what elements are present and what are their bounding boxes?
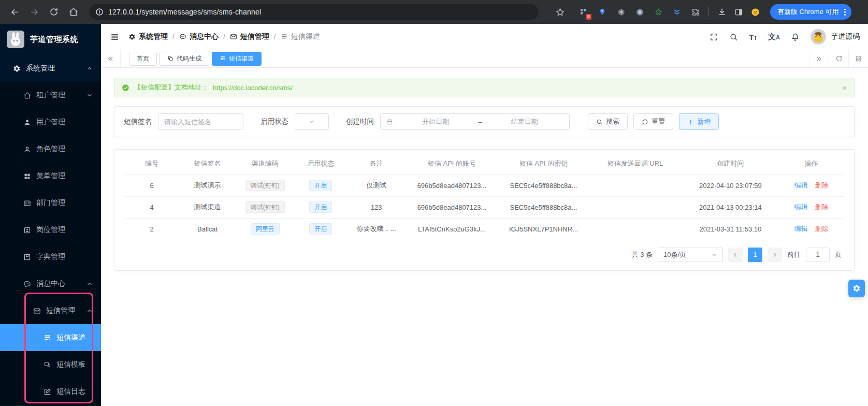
home-button[interactable] (65, 4, 82, 20)
green-star-icon (654, 8, 663, 17)
column-header: 创建时间 (682, 153, 779, 175)
edit-link[interactable]: 编辑 (794, 203, 808, 211)
extension-password-icon[interactable]: 8 (577, 5, 590, 19)
prev-page-button[interactable] (728, 248, 743, 262)
sidebar-item-dict[interactable]: 字典管理 (0, 243, 101, 270)
doc-link[interactable]: https://doc.iocoder.cn/sms/ (213, 84, 293, 92)
reset-button[interactable]: 重置 (633, 113, 673, 130)
sms-template-icon (44, 361, 51, 369)
sidebar-item-label: 系统管理 (26, 64, 81, 73)
bell-icon[interactable] (791, 33, 800, 41)
extensions-menu-button[interactable] (689, 5, 702, 19)
cell-id: 2 (125, 218, 179, 240)
breadcrumb-item-system[interactable]: 系统管理 (128, 32, 168, 41)
user-avatar[interactable] (811, 29, 826, 45)
double-chevron-right-icon (816, 55, 822, 62)
sidebar-item-message-center[interactable]: 消息中心 (0, 270, 101, 297)
url-bar[interactable]: 127.0.0.1/system/messages/sms/sms-channe… (89, 4, 539, 20)
table-row: 2 Ballcat 阿里云 开启 你要改哦，... LTAI5tCnKso2uG… (125, 218, 844, 240)
locale-icon[interactable]: 文A (768, 32, 780, 42)
extension-star-icon[interactable] (652, 5, 665, 19)
logo[interactable]: 芋道管理系统 (0, 24, 101, 55)
sidebar-item-role[interactable]: 角色管理 (0, 136, 101, 163)
tab-sms-channel[interactable]: 短信渠道 (212, 52, 262, 66)
extension-pin-icon[interactable] (596, 5, 609, 19)
edit-link[interactable]: 编辑 (794, 181, 808, 189)
cell-api-account: 696b5d8ead4807123... (405, 175, 498, 196)
back-button[interactable] (6, 4, 23, 20)
goto-label: 前往 (787, 250, 801, 259)
fullscreen-icon[interactable] (710, 33, 718, 41)
status-select[interactable] (295, 113, 329, 130)
extension-badge: 8 (586, 14, 591, 20)
header-actions: TT 文A 芋道源码 (710, 29, 860, 45)
sidebar-item-sms-log[interactable]: 短信日志 (0, 378, 101, 405)
alert-close-icon[interactable]: × (842, 83, 847, 92)
tabs-scroll-right-button[interactable] (809, 50, 829, 67)
page-number-current[interactable]: 1 (748, 248, 762, 262)
sidebar-item-user[interactable]: 用户管理 (0, 109, 101, 136)
date-range-picker[interactable]: 开始日期 – 结束日期 (380, 113, 570, 130)
extension-chevrons-icon[interactable] (670, 5, 684, 19)
extension-circle-icon[interactable] (633, 5, 646, 19)
sidebar-item-dept[interactable]: 部门管理 (0, 190, 101, 216)
sidebar-item-menu[interactable]: 菜单管理 (0, 163, 101, 190)
collapse-sidebar-button[interactable] (110, 33, 119, 41)
delete-link[interactable]: 删除 (815, 203, 829, 211)
star-icon (555, 7, 565, 17)
double-chevron-down-icon (673, 8, 681, 16)
cell-sign: 测试演示 (179, 175, 236, 196)
breadcrumb-item-message-center[interactable]: 消息中心 (179, 32, 219, 41)
user-icon (23, 119, 31, 126)
tab-codegen[interactable]: 代码生成 (160, 52, 209, 66)
page-size-select[interactable]: 10条/页 (658, 248, 723, 262)
browser-menu-icon[interactable] (842, 9, 848, 16)
delete-link[interactable]: 删除 (815, 225, 829, 233)
chrome-update-button[interactable]: 有新版 Chrome 可用 (770, 4, 851, 20)
end-date-placeholder: 结束日期 (485, 117, 564, 126)
sidebar-item-sms-template[interactable]: 短信模板 (0, 351, 101, 378)
extension-globe-icon[interactable] (614, 5, 628, 19)
sidebar-item-label: 菜单管理 (36, 171, 101, 181)
sidebar-item-sms-channel[interactable]: 短信渠道 (0, 324, 101, 351)
tab-home[interactable]: 首页 (129, 52, 157, 66)
side-panel-button[interactable] (732, 5, 745, 19)
search-button[interactable]: 搜索 (588, 113, 628, 130)
breadcrumb-label: 短信管理 (240, 32, 269, 41)
reload-button[interactable] (46, 4, 62, 20)
font-size-icon[interactable]: TT (749, 33, 757, 41)
alert-text: 【短信配置】文档地址： (134, 83, 208, 92)
emoji-extension-icon[interactable] (748, 5, 762, 19)
edit-link[interactable]: 编辑 (794, 225, 808, 233)
pagination: 共 3 条 10条/页 1 前往 (125, 248, 844, 262)
sidebar-item-label: 岗位管理 (36, 225, 101, 235)
delete-link[interactable]: 删除 (815, 181, 829, 189)
sidebar-item-tenant[interactable]: 租户管理 (0, 82, 101, 109)
goto-page-input[interactable] (806, 248, 830, 262)
cell-channel: 调试(钉钉) (236, 196, 294, 218)
search-icon (596, 119, 603, 125)
sidebar-item-system[interactable]: 系统管理 (0, 55, 101, 82)
user-name[interactable]: 芋道源码 (831, 32, 860, 41)
column-header: 短信 API 的账号 (405, 153, 498, 175)
next-page-button[interactable] (768, 248, 782, 262)
home-icon (69, 7, 78, 17)
tabs-options-button[interactable] (848, 50, 868, 67)
column-header: 渠道编码 (236, 153, 294, 175)
theme-settings-button[interactable] (848, 280, 865, 297)
search-icon[interactable] (729, 33, 738, 41)
tabs-refresh-button[interactable] (829, 50, 848, 67)
mail-icon (230, 33, 237, 40)
breadcrumb-item-sms[interactable]: 短信管理 (230, 32, 269, 41)
sidebar-item-sms[interactable]: 短信管理 (0, 297, 101, 324)
forward-button[interactable] (26, 4, 42, 20)
sign-input[interactable] (158, 113, 243, 130)
tabs: 首页 代码生成 短信渠道 (121, 52, 809, 66)
cell-id: 4 (125, 196, 179, 218)
success-check-icon (122, 84, 129, 92)
bookmark-star-icon[interactable] (553, 5, 567, 19)
sidebar-item-post[interactable]: 岗位管理 (0, 216, 101, 243)
downloads-button[interactable] (715, 5, 729, 19)
add-button[interactable]: 新增 (679, 113, 719, 130)
tabs-scroll-left-button[interactable] (101, 50, 121, 67)
